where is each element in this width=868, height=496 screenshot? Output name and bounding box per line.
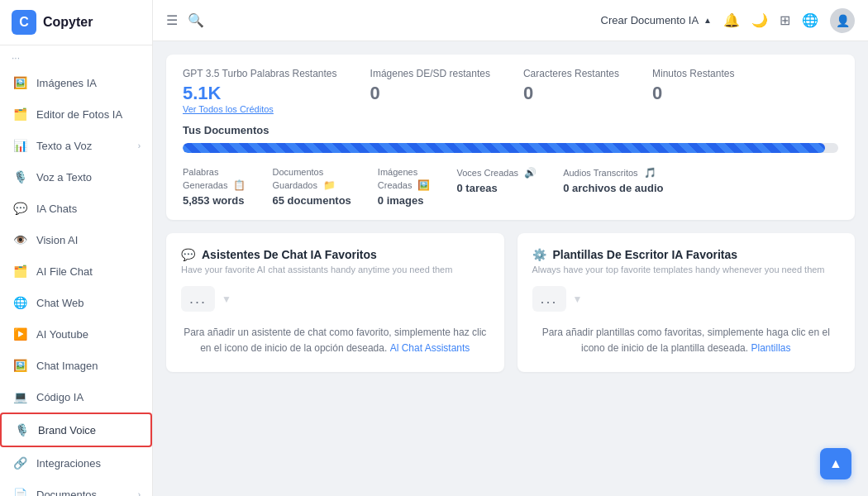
sidebar-label: Documentos <box>36 489 138 497</box>
sidebar-item-vision-ai[interactable]: 👁️ Vision AI <box>0 224 152 255</box>
sidebar-label: Chat Web <box>36 297 141 309</box>
stat-value: 0 archivos de audio <box>563 182 663 194</box>
chevron-right-icon: › <box>138 141 141 150</box>
topbar: ☰ 🔍 Crear Documento IA ▲ 🔔 🌙 ⊞ 🌐 👤 <box>153 0 868 41</box>
sidebar-item-ia-chats[interactable]: 💬 IA Chats <box>0 193 152 224</box>
credits-card: GPT 3.5 Turbo Palabras Restantes 5.1K Ve… <box>166 55 855 220</box>
avatar[interactable]: 👤 <box>830 8 855 33</box>
notification-icon[interactable]: 🔔 <box>723 12 740 28</box>
sidebar-item-chat-imagen[interactable]: 🖼️ Chat Imagen <box>0 350 152 381</box>
sidebar-item-editor-fotos-ia[interactable]: 🗂️ Editor de Fotos IA <box>0 98 152 130</box>
stat-voces: Voces Creadas 🔊 0 tareas <box>456 166 537 194</box>
mins-label: Minutos Restantes <box>652 68 734 79</box>
brand-name: Copyter <box>43 15 93 30</box>
sidebar-truncated: ··· <box>0 49 152 67</box>
search-icon[interactable]: 🔍 <box>188 12 204 28</box>
integraciones-icon: 🔗 <box>12 455 28 471</box>
menu-icon[interactable]: ☰ <box>166 12 178 28</box>
sidebar-item-voz-a-texto[interactable]: 🎙️ Voz a Texto <box>0 161 152 193</box>
stat-icon-images: 🖼️ <box>417 179 430 193</box>
chat-add-button[interactable]: ... <box>181 286 215 312</box>
sidebar-item-ai-youtube[interactable]: ▶️ AI Youtube <box>0 318 152 350</box>
stat-label: Voces Creadas 🔊 <box>456 166 537 180</box>
scroll-top-button[interactable]: ▲ <box>820 448 851 479</box>
ai-youtube-icon: ▶️ <box>12 326 28 342</box>
sidebar-item-chat-web[interactable]: 🌐 Chat Web <box>0 287 152 318</box>
stat-audios: Audios Transcritos 🎵 0 archivos de audio <box>563 166 663 194</box>
sidebar-label: Voz a Texto <box>36 171 141 184</box>
layout-icon[interactable]: ⊞ <box>780 12 790 28</box>
sidebar-item-documentos[interactable]: 📄 Documentos › <box>0 479 152 496</box>
chat-favorites-card: 💬 Asistentes De Chat IA Favoritos Have y… <box>166 233 504 371</box>
stat-label: Audios Transcritos 🎵 <box>563 166 663 180</box>
stat-icon-docs: 📁 <box>323 179 336 193</box>
sidebar: C Copyter ··· 🖼️ Imágenes IA 🗂️ Editor d… <box>0 0 153 496</box>
sidebar-label: IA Chats <box>36 203 141 215</box>
sidebar-label: AI File Chat <box>36 265 141 278</box>
chat-imagen-icon: 🖼️ <box>12 357 28 374</box>
images-label: Imágenes DE/SD restantes <box>370 68 490 79</box>
globe-icon[interactable]: 🌐 <box>802 12 818 28</box>
page-body: GPT 3.5 Turbo Palabras Restantes 5.1K Ve… <box>153 41 868 496</box>
sidebar-item-imagenes-ia[interactable]: 🖼️ Imágenes IA <box>0 67 152 98</box>
sidebar-label: AI Youtube <box>36 328 141 341</box>
sidebar-item-brand-voice[interactable]: 🎙️ Brand Voice <box>0 413 152 447</box>
template-add-row: ... ▼ <box>532 286 841 312</box>
sidebar-label: Imágenes IA <box>36 77 141 89</box>
main-content: ☰ 🔍 Crear Documento IA ▲ 🔔 🌙 ⊞ 🌐 👤 GPT 3… <box>153 0 868 496</box>
sidebar-label: Brand Voice <box>38 424 139 436</box>
credits-link[interactable]: Ver Todos los Créditos <box>183 104 337 114</box>
template-empty-state: Para añadir plantillas como favoritas, s… <box>532 325 841 356</box>
template-fav-subtitle: Always have your top favorite templates … <box>532 265 841 274</box>
voz-texto-icon: 🎙️ <box>12 169 28 185</box>
moon-icon[interactable]: 🌙 <box>751 12 768 28</box>
codigo-ia-icon: 💻 <box>12 389 28 405</box>
stat-icon-palabras: 📋 <box>233 179 246 193</box>
docs-label: Tus Documentos <box>183 124 838 136</box>
credits-row: GPT 3.5 Turbo Palabras Restantes 5.1K Ve… <box>183 68 838 114</box>
images-credits: Imágenes DE/SD restantes 0 <box>370 68 490 104</box>
chevron-up-icon: ▲ <box>703 16 712 25</box>
mins-credits: Minutos Restantes 0 <box>652 68 734 104</box>
template-add-arrow-icon: ▼ <box>573 293 583 305</box>
topbar-left: ☰ 🔍 <box>166 12 204 28</box>
chat-fav-subtitle: Have your favorite AI chat assistants ha… <box>181 265 489 274</box>
template-favorites-card: ⚙️ Plantillas De Escritor IA Favoritas A… <box>517 233 856 371</box>
stat-value: 5,853 words <box>183 194 246 207</box>
chat-fav-title: 💬 Asistentes De Chat IA Favoritos <box>181 248 489 261</box>
sidebar-item-codigo-ia[interactable]: 💻 Código IA <box>0 381 152 413</box>
template-add-button[interactable]: ... <box>532 286 566 312</box>
stat-icon-audios: 🎵 <box>644 166 656 180</box>
stat-palabras: PalabrasGeneradas 📋 5,853 words <box>183 166 246 207</box>
favorites-row: 💬 Asistentes De Chat IA Favoritos Have y… <box>166 233 855 371</box>
progress-bar-fill <box>183 143 825 153</box>
chat-web-icon: 🌐 <box>12 294 28 311</box>
chevron-right-icon: › <box>138 490 141 497</box>
chat-empty-state: Para añadir un asistente de chat como fa… <box>181 325 489 356</box>
chat-assistants-link[interactable]: Al Chat Assistants <box>390 342 470 354</box>
brand-logo: C <box>12 10 36 35</box>
sidebar-item-integraciones[interactable]: 🔗 Integraciones <box>0 447 152 479</box>
plantillas-link[interactable]: Plantillas <box>751 342 790 354</box>
brand-voice-icon: 🎙️ <box>13 422 30 438</box>
create-document-button[interactable]: Crear Documento IA ▲ <box>601 14 712 26</box>
stat-value: 0 images <box>378 194 431 207</box>
gpt-value: 5.1K <box>183 83 337 104</box>
sidebar-item-texto-a-voz[interactable]: 📊 Texto a Voz › <box>0 130 152 161</box>
sidebar-label: Texto a Voz <box>36 140 138 152</box>
mins-value: 0 <box>652 83 734 104</box>
stat-value: 65 documentos <box>272 194 351 207</box>
template-fav-title: ⚙️ Plantillas De Escritor IA Favoritas <box>532 248 841 261</box>
chat-add-arrow-icon: ▼ <box>222 293 231 305</box>
stat-label: ImágenesCreadas 🖼️ <box>378 166 431 193</box>
sidebar-label: Integraciones <box>36 457 141 470</box>
sidebar-label: Editor de Fotos IA <box>36 108 141 121</box>
ia-chats-icon: 💬 <box>12 200 28 217</box>
sidebar-item-ai-file-chat[interactable]: 🗂️ AI File Chat <box>0 255 152 287</box>
progress-bar <box>183 143 838 153</box>
chars-value: 0 <box>523 83 619 104</box>
ai-file-chat-icon: 🗂️ <box>12 263 28 279</box>
stats-row: PalabrasGeneradas 📋 5,853 words Document… <box>183 166 838 207</box>
vision-ai-icon: 👁️ <box>12 231 28 248</box>
image-ia-icon: 🖼️ <box>12 74 28 91</box>
